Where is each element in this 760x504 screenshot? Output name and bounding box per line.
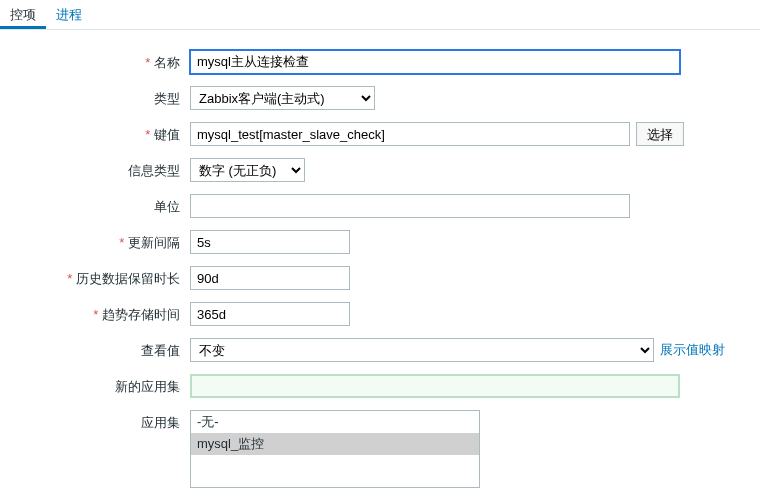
select-type[interactable]: Zabbix客户端(主动式): [190, 86, 375, 110]
label-update-interval: 更新间隔: [10, 230, 190, 252]
row-type: 类型 Zabbix客户端(主动式): [10, 86, 750, 110]
input-key[interactable]: [190, 122, 630, 146]
row-update-interval: 更新间隔: [10, 230, 750, 254]
row-name: 名称: [10, 50, 750, 74]
input-name[interactable]: [190, 50, 680, 74]
label-key: 键值: [10, 122, 190, 144]
input-trends-retention[interactable]: [190, 302, 350, 326]
label-trends-retention: 趋势存储时间: [10, 302, 190, 324]
label-view-value: 查看值: [10, 338, 190, 360]
tabs: 控项 进程: [0, 0, 760, 30]
label-applications: 应用集: [10, 410, 190, 432]
input-units[interactable]: [190, 194, 630, 218]
row-new-application: 新的应用集: [10, 374, 750, 398]
input-new-application[interactable]: [190, 374, 680, 398]
link-value-mapping[interactable]: 展示值映射: [660, 341, 725, 359]
row-applications: 应用集 -无- mysql_监控: [10, 410, 750, 488]
row-history-retention: 历史数据保留时长: [10, 266, 750, 290]
label-new-application: 新的应用集: [10, 374, 190, 396]
label-name: 名称: [10, 50, 190, 72]
list-item[interactable]: -无-: [191, 411, 479, 433]
row-key: 键值 选择: [10, 122, 750, 146]
label-history-retention: 历史数据保留时长: [10, 266, 190, 288]
label-units: 单位: [10, 194, 190, 216]
input-history-retention[interactable]: [190, 266, 350, 290]
label-info-type: 信息类型: [10, 158, 190, 180]
listbox-applications[interactable]: -无- mysql_监控: [190, 410, 480, 488]
tab-item[interactable]: 控项: [0, 0, 46, 29]
list-item[interactable]: mysql_监控: [191, 433, 479, 455]
row-info-type: 信息类型 数字 (无正负): [10, 158, 750, 182]
button-select-key[interactable]: 选择: [636, 122, 684, 146]
select-view-value[interactable]: 不变: [190, 338, 654, 362]
row-trends-retention: 趋势存储时间: [10, 302, 750, 326]
row-units: 单位: [10, 194, 750, 218]
label-type: 类型: [10, 86, 190, 108]
item-form: 名称 类型 Zabbix客户端(主动式) 键值 选择 信息类型 数字 (无正负)…: [0, 30, 760, 504]
select-info-type[interactable]: 数字 (无正负): [190, 158, 305, 182]
input-update-interval[interactable]: [190, 230, 350, 254]
row-view-value: 查看值 不变 展示值映射: [10, 338, 750, 362]
tab-process[interactable]: 进程: [46, 0, 92, 29]
